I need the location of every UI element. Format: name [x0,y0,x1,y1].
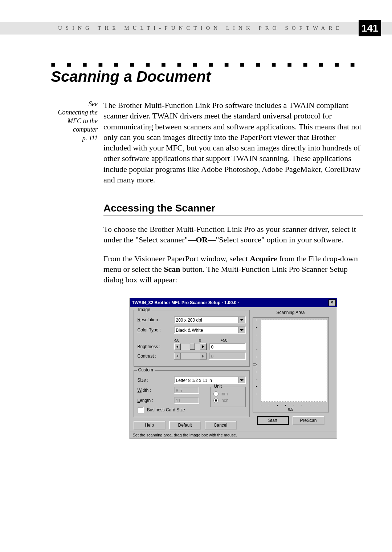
tick-zero: 0 [199,338,201,342]
width-length-unit-row: Width : 8.5 Length : 11 Unit [138,387,246,407]
business-card-label: Business Card Size [147,407,185,412]
default-button[interactable]: Default [169,421,201,430]
chevron-down-icon [240,319,244,321]
start-button[interactable]: Start [257,416,289,425]
resolution-label: Resolution : [138,317,174,322]
size-row: Size : Letter 8 1/2 x 11 in [138,376,246,384]
dropdown-button-icon[interactable] [238,317,245,323]
arrow-right-icon [202,345,204,348]
size-value: Letter 8 1/2 x 11 in [176,378,212,383]
slider-left-icon[interactable] [174,343,181,350]
slider-track[interactable] [181,343,200,350]
slider-right-icon[interactable] [200,343,207,350]
length-label: Length : [138,398,174,403]
tick-minus50: -50 [174,338,180,342]
brightness-value-input[interactable]: 0 [209,343,246,350]
margin-note-line: p. 111 [82,134,98,142]
right-button-row: Start PreScan [253,416,329,425]
contrast-slider [174,352,207,360]
unit-inch-label: inch [221,398,229,403]
unit-group-title: Unit [213,384,223,389]
slider-right-icon [200,353,207,359]
vertical-ruler-label: 11 [253,363,257,367]
acquire-keyword: Acquire [250,254,277,263]
size-label: Size : [138,378,174,383]
resolution-dropdown[interactable]: 200 x 200 dpi [174,316,246,323]
dialog-body: Image Resolution : 200 x 200 dpi Color T… [130,307,337,431]
page-content: ■ ■ ■ ■ ■ ■ ■ ■ ■ ■ ■ ■ ■ ■ ■ ■ ■ ■ ■ ■ … [0,35,392,439]
unit-group: Unit mm inch [210,387,246,407]
margin-note-line: Connecting the [58,109,98,116]
contrast-label: Contrast : [138,354,174,359]
dialog-titlebar[interactable]: TWAIN_32 Brother MFL Pro Scanner Setup -… [130,298,337,307]
dialog-title-text: TWAIN_32 Brother MFL Pro Scanner Setup -… [132,300,239,305]
colortype-row: Color Type : Black & White [138,326,246,334]
preview-selection[interactable] [261,320,327,402]
arrow-right-icon [202,355,204,358]
resolution-row: Resolution : 200 x 200 dpi [138,316,246,323]
scanner-setup-dialog: TWAIN_32 Brother MFL Pro Scanner Setup -… [130,298,337,439]
paragraph-select-scanner: To choose the Brother Multi-Function Lin… [103,224,363,245]
heading-scanning-a-document: Scanning a Document [51,68,363,85]
dropdown-button-icon[interactable] [238,327,245,333]
page-header: USING THE MULTI-FUNCTION LINK PRO SOFTWA… [0,0,392,35]
scanning-area-label: Scanning Area [253,310,329,315]
margin-note-line: computer [73,126,98,133]
contrast-row: Contrast : 0 [138,352,246,360]
running-head-text: USING THE MULTI-FUNCTION LINK PRO SOFTWA… [58,25,343,31]
status-bar: Set the scanning area, drag the image bo… [130,431,337,439]
brightness-row: Brightness : 0 [138,343,246,350]
business-card-row: Business Card Size [138,407,246,413]
unit-inch-radio-row: inch [213,398,242,403]
custom-group-title: Custom [137,367,155,372]
para-text: "Select source" option in your software. [216,235,343,244]
arrow-left-icon [176,355,178,358]
vertical-ruler [256,320,260,401]
page-number: 141 [359,20,381,36]
length-row: Length : 11 [138,397,207,404]
chevron-down-icon [240,329,244,331]
size-dropdown[interactable]: Letter 8 1/2 x 11 in [174,376,246,384]
colortype-dropdown[interactable]: Black & White [174,326,246,334]
para-text: From the Visioneer PaperPort window, sel… [103,254,250,263]
colortype-value: Black & White [176,328,203,333]
custom-group: Custom Size : Letter 8 1/2 x 11 in [134,370,250,417]
unit-mm-label: mm [221,391,228,396]
brightness-slider[interactable] [174,343,207,350]
prescan-button[interactable]: PreScan [293,416,324,425]
paragraph-acquire-scan: From the Visioneer PaperPort window, sel… [103,253,363,285]
width-label: Width : [138,388,174,393]
image-group-title: Image [137,307,152,312]
dialog-screenshot: TWAIN_32 Brother MFL Pro Scanner Setup -… [103,298,363,439]
horizontal-ruler [261,403,326,406]
radio-icon [213,398,219,403]
help-button[interactable]: Help [134,421,166,430]
unit-mm-radio-row: mm [213,391,242,396]
checkbox-icon[interactable] [138,407,144,413]
dialog-right-column: Scanning Area 11 8 [253,310,329,430]
length-input: 11 [174,397,199,404]
slider-thumb[interactable] [190,343,195,350]
preview-canvas[interactable] [261,320,326,401]
width-row: Width : 8.5 [138,387,207,394]
intro-paragraph: The Brother Multi-Function Link Pro soft… [103,100,363,185]
image-group: Image Resolution : 200 x 200 dpi Color T… [134,310,250,367]
width-input: 8.5 [174,387,199,394]
dropdown-button-icon[interactable] [238,377,245,383]
dialog-left-column: Image Resolution : 200 x 200 dpi Color T… [134,310,250,430]
colortype-label: Color Type : [138,327,174,333]
heading-accessing-the-scanner: Accessing the Scanner [103,202,363,216]
margin-note-line: See [89,100,98,108]
cancel-button[interactable]: Cancel [205,421,237,430]
chevron-down-icon [240,379,244,381]
left-button-row: Help Default Cancel [134,421,250,430]
slider-left-icon [174,353,181,359]
contrast-value-input: 0 [209,352,246,360]
preview-area[interactable]: 11 8.5 [253,317,329,412]
slider-track [181,353,200,359]
arrow-left-icon [176,345,178,348]
close-icon[interactable]: × [328,299,336,306]
running-head-bar: USING THE MULTI-FUNCTION LINK PRO SOFTWA… [0,22,392,35]
or-separator: —OR— [188,235,216,244]
margin-note: See Connecting the MFC to the computer p… [51,100,103,142]
